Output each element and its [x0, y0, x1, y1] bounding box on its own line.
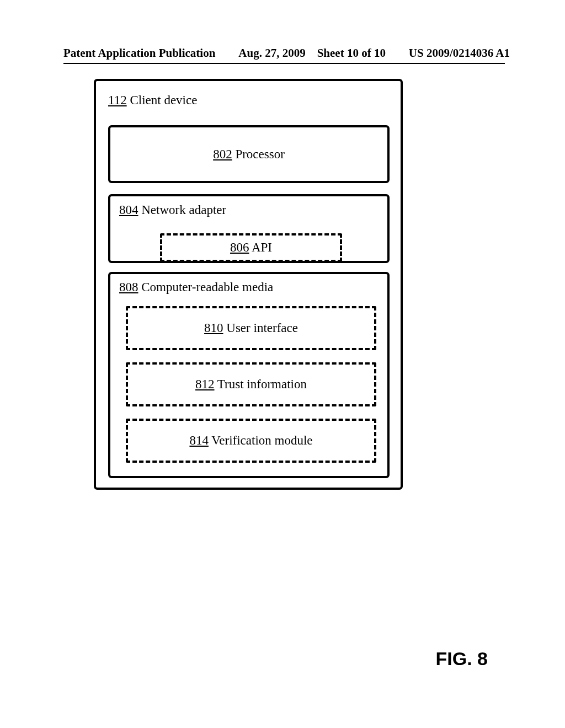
api-box: 806 API [160, 233, 342, 262]
trust-information-text: Trust information [215, 377, 307, 391]
verification-module-text: Verification module [209, 433, 313, 447]
ref-112: 112 [108, 93, 127, 107]
page-header: Patent Application Publication Aug. 27, … [63, 46, 510, 60]
trust-information-box: 812 Trust information [126, 362, 376, 406]
api-label: 806 API [230, 240, 272, 255]
crm-text: Computer-readable media [138, 280, 274, 294]
computer-readable-media-box: 808 Computer-readable media 810 User int… [108, 272, 390, 478]
trust-information-label: 812 Trust information [195, 377, 307, 392]
header-pubno: US 2009/0214036 A1 [409, 46, 510, 60]
header-date: Aug. 27, 2009 [238, 46, 305, 60]
processor-label: 802 Processor [213, 147, 285, 162]
ref-812: 812 [195, 377, 215, 391]
figure-label: FIG. 8 [436, 648, 488, 670]
client-device-label: 112 Client device [108, 93, 197, 108]
ref-804: 804 [119, 203, 138, 217]
header-rule [63, 63, 505, 64]
network-adapter-text: Network adapter [138, 203, 227, 217]
page: Patent Application Publication Aug. 27, … [0, 0, 565, 728]
header-center: Aug. 27, 2009 Sheet 10 of 10 [233, 46, 391, 60]
ref-806: 806 [230, 240, 249, 254]
processor-box: 802 Processor [108, 125, 390, 183]
user-interface-box: 810 User interface [126, 306, 376, 350]
verification-module-box: 814 Verification module [126, 419, 376, 463]
ref-802: 802 [213, 147, 232, 161]
ref-810: 810 [204, 321, 223, 335]
client-device-box: 112 Client device 802 Processor 804 Netw… [94, 79, 403, 490]
ref-814: 814 [189, 433, 209, 447]
crm-label: 808 Computer-readable media [119, 280, 273, 295]
client-device-text: Client device [127, 93, 198, 107]
user-interface-text: User interface [223, 321, 298, 335]
network-adapter-label: 804 Network adapter [119, 203, 226, 217]
header-sheet: Sheet 10 of 10 [317, 46, 386, 60]
user-interface-label: 810 User interface [204, 321, 298, 335]
header-left: Patent Application Publication [63, 46, 215, 60]
processor-text: Processor [232, 147, 285, 161]
api-text: API [249, 240, 272, 254]
verification-module-label: 814 Verification module [189, 433, 312, 448]
network-adapter-box: 804 Network adapter 806 API [108, 194, 390, 263]
ref-808: 808 [119, 280, 138, 294]
